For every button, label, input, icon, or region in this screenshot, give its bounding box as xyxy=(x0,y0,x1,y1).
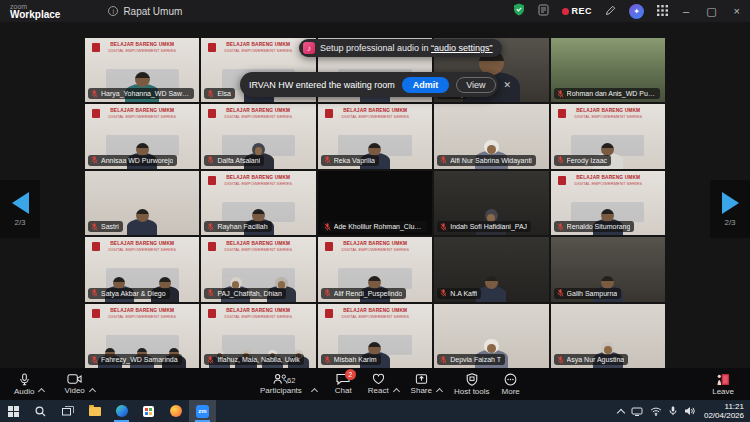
tray-expand-chevron[interactable] xyxy=(617,408,625,416)
participant-tile[interactable]: BELAJAR BARENG UMKMDIGITAL EMPOWERMENT S… xyxy=(201,304,315,368)
audio-button[interactable]: Audio xyxy=(14,368,34,400)
participant-tile[interactable]: Galih Sampurna xyxy=(551,237,665,301)
share-options-chevron[interactable] xyxy=(436,388,443,395)
person-head xyxy=(252,143,265,156)
annotate-pencil-icon[interactable] xyxy=(605,2,616,20)
participant-name-label: Ade Kholilur Rohman_Clubika ... xyxy=(321,221,427,232)
apps-grid-icon[interactable] xyxy=(657,2,668,20)
participant-tile[interactable]: Depvia Faizah T xyxy=(434,304,548,368)
participant-name: Galih Sampurna xyxy=(567,289,618,298)
participant-name: Reka Vaprilia xyxy=(334,156,375,165)
music-note-icon: ♪ xyxy=(303,42,315,54)
audio-options-chevron[interactable] xyxy=(38,388,45,395)
participant-tile[interactable]: BELAJAR BARENG UMKMDIGITAL EMPOWERMENT S… xyxy=(85,237,199,301)
minimize-button[interactable]: – xyxy=(681,6,691,17)
participant-tile[interactable]: Sastri xyxy=(85,171,199,235)
encryption-shield-icon[interactable] xyxy=(513,2,525,20)
chat-button[interactable]: Chat 2 xyxy=(329,368,358,400)
host-tools-button[interactable]: Host tools xyxy=(454,368,490,400)
participant-tile[interactable]: Rohman dan Anis_WD Purwor... xyxy=(551,38,665,102)
start-button[interactable] xyxy=(0,400,27,422)
firefox-icon[interactable] xyxy=(162,400,189,422)
taskbar-clock[interactable]: 11:21 02/04/2026 xyxy=(704,402,744,420)
participant-tile[interactable]: BELAJAR BARENG UMKMDIGITAL EMPOWERMENT S… xyxy=(201,171,315,235)
participants-button[interactable]: 62 Participants xyxy=(260,368,302,400)
more-button[interactable]: More xyxy=(502,368,520,400)
leave-label: Leave xyxy=(712,387,734,396)
react-button[interactable]: React xyxy=(368,368,389,400)
ai-companion-icon[interactable]: ✦ xyxy=(629,4,644,19)
file-explorer-icon[interactable] xyxy=(81,400,108,422)
participant-tile[interactable]: BELAJAR BARENG UMKMDIGITAL EMPOWERMENT S… xyxy=(85,38,199,102)
task-view-icon[interactable] xyxy=(54,400,81,422)
leave-button[interactable]: Leave xyxy=(712,368,734,400)
participant-tile[interactable]: BELAJAR BARENG UMKMDIGITAL EMPOWERMENT S… xyxy=(318,304,432,368)
tray-volume-icon[interactable] xyxy=(684,406,695,416)
waiting-room-message: IRVAN HW entered the waiting room xyxy=(249,80,395,90)
participant-tile[interactable]: BELAJAR BARENG UMKMDIGITAL EMPOWERMENT S… xyxy=(201,104,315,168)
react-options-chevron[interactable] xyxy=(393,388,400,395)
gallery-prev-page-button[interactable]: 2/3 xyxy=(0,180,40,238)
meeting-info[interactable]: i Rapat Umum xyxy=(108,6,182,17)
participant-tile[interactable]: BELAJAR BARENG UMKMDIGITAL EMPOWERMENT S… xyxy=(201,237,315,301)
participant-name: Misbah Karim xyxy=(334,355,377,364)
participant-tile[interactable]: Indah Sofi Hafidiani_PAJ xyxy=(434,171,548,235)
tray-bandwidth-icon[interactable] xyxy=(631,407,643,416)
participant-name-label: Fahrezy_WD Samarinda xyxy=(88,354,182,365)
banner-line1: BELAJAR BARENG UMKM xyxy=(96,108,188,113)
banner-line1: BELAJAR BARENG UMKM xyxy=(329,108,421,113)
participant-name: Ferody Izaac xyxy=(567,156,607,165)
person-head xyxy=(136,143,149,156)
notes-icon[interactable] xyxy=(538,2,549,20)
participant-name: Annisaa WD Purworejo xyxy=(101,156,173,165)
zoom-app-icon[interactable]: zm xyxy=(189,400,216,422)
edge-browser-icon[interactable] xyxy=(108,400,135,422)
participant-tile[interactable]: Asya Nur Agustina xyxy=(551,304,665,368)
participant-name-label: Satya Akbar & Diego xyxy=(88,288,170,299)
participant-tile[interactable]: Ade Kholilur Rohman_Clubika ... xyxy=(318,171,432,235)
view-button[interactable]: View xyxy=(456,77,495,93)
muted-mic-icon xyxy=(440,289,447,297)
participant-tile[interactable]: BELAJAR BARENG UMKMDIGITAL EMPOWERMENT S… xyxy=(318,104,432,168)
titlebar: zoom Workplace i Rapat Umum REC ✦ xyxy=(0,0,750,22)
muted-mic-icon xyxy=(557,356,564,364)
video-button[interactable]: Video xyxy=(64,368,84,400)
muted-mic-icon xyxy=(91,90,98,98)
participant-tile[interactable]: BELAJAR BARENG UMKMDIGITAL EMPOWERMENT S… xyxy=(85,304,199,368)
participant-tile[interactable]: N.A Kaffi xyxy=(434,237,548,301)
participant-name: Indah Sofi Hafidiani_PAJ xyxy=(450,222,527,231)
participant-tile[interactable]: BELAJAR BARENG UMKMDIGITAL EMPOWERMENT S… xyxy=(551,171,665,235)
maximize-button[interactable]: ▢ xyxy=(704,6,718,17)
dismiss-notification-icon[interactable]: ✕ xyxy=(503,80,513,90)
participants-options-chevron[interactable] xyxy=(311,388,318,395)
microsoft-store-icon[interactable] xyxy=(135,400,162,422)
banner-line2: DIGITAL EMPOWERMENT SERIES xyxy=(219,314,299,318)
close-button[interactable]: × xyxy=(732,6,742,17)
participant-tile[interactable]: BELAJAR BARENG UMKMDIGITAL EMPOWERMENT S… xyxy=(318,237,432,301)
video-options-chevron[interactable] xyxy=(89,388,96,395)
participant-tile[interactable]: BELAJAR BARENG UMKMDIGITAL EMPOWERMENT S… xyxy=(551,104,665,168)
gallery-next-page-button[interactable]: 2/3 xyxy=(710,180,750,238)
participant-name: Dalfa Afsalani xyxy=(217,156,260,165)
muted-mic-icon xyxy=(440,356,447,364)
audio-settings-link[interactable]: “audio settings” xyxy=(431,43,493,53)
participant-name-label: N.A Kaffi xyxy=(437,288,481,299)
audio-notification-text: Setup professional audio in xyxy=(320,43,431,53)
person-face xyxy=(487,344,496,353)
video-gallery: BELAJAR BARENG UMKMDIGITAL EMPOWERMENT S… xyxy=(0,22,750,368)
tray-wifi-icon[interactable] xyxy=(650,407,662,416)
share-button[interactable]: Share xyxy=(411,368,432,400)
more-label: More xyxy=(502,387,520,396)
banner-line1: BELAJAR BARENG UMKM xyxy=(213,174,305,179)
tray-mic-icon[interactable] xyxy=(669,406,677,416)
admit-button[interactable]: Admit xyxy=(402,77,450,93)
taskbar-search-icon[interactable] xyxy=(27,400,54,422)
recording-indicator[interactable]: REC xyxy=(562,6,593,16)
participant-name-label: Rayhan Facillah xyxy=(204,221,271,232)
participants-count: 62 xyxy=(287,376,295,385)
banner-line2: DIGITAL EMPOWERMENT SERIES xyxy=(219,182,299,186)
person-head xyxy=(484,339,498,353)
participant-tile[interactable]: Alfi Nur Sabrina Widayanti xyxy=(434,104,548,168)
participant-tile[interactable]: BELAJAR BARENG UMKMDIGITAL EMPOWERMENT S… xyxy=(85,104,199,168)
person-face xyxy=(487,145,496,154)
